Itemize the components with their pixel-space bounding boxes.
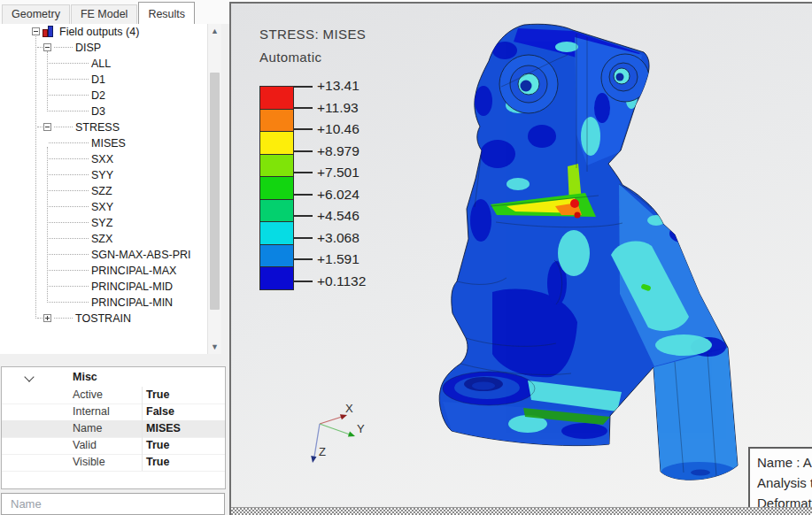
tree-item-all[interactable]: ALL <box>0 56 207 72</box>
scrollbar-thumb[interactable] <box>210 73 220 310</box>
property-row-name[interactable]: NameMISES <box>2 420 225 438</box>
property-name: Active <box>73 387 103 404</box>
property-row-active[interactable]: ActiveTrue <box>2 387 225 404</box>
tree-connector <box>37 318 43 319</box>
tree-connector <box>49 111 89 111</box>
tree-item-label: SYY <box>91 167 113 183</box>
tree-item-label: SXY <box>91 199 113 215</box>
tree-item-label: STRESS <box>75 119 120 135</box>
tree-item-disp[interactable]: DISP <box>0 40 207 56</box>
name-input[interactable]: Name <box>1 493 225 515</box>
property-name: Internal <box>73 404 110 420</box>
icon-bar-blue <box>48 26 53 37</box>
tree-item-mises[interactable]: MISES <box>0 135 207 151</box>
tree-connector <box>54 127 73 127</box>
tree-item-label: SGN-MAX-ABS-PRI <box>91 247 191 263</box>
icon-bar-red <box>43 29 48 37</box>
tree-connector <box>49 79 89 80</box>
tree-item-sgn-max-abs-pri[interactable]: SGN-MAX-ABS-PRI <box>0 247 207 263</box>
collapse-icon[interactable] <box>32 27 40 35</box>
analysis-info-box: Name : AAnalysis tDeformat <box>748 447 812 511</box>
scroll-down-icon[interactable]: ▼ <box>208 340 221 354</box>
tree-item-label: PRINCIPAL-MIN <box>91 295 173 311</box>
tree-item-label: SZX <box>91 231 112 247</box>
tree-item-principal-mid[interactable]: PRINCIPAL-MID <box>0 279 207 295</box>
tree-connector <box>54 318 73 319</box>
tree-item-sxx[interactable]: SXX <box>0 151 207 167</box>
tree-item-label: Field outputs (4) <box>59 24 139 40</box>
tree-connector <box>54 47 73 48</box>
tree-item-label: D3 <box>91 104 105 119</box>
collapse-icon[interactable] <box>43 123 51 131</box>
left-panel: GeometryFE ModelResults Field outputs (4… <box>0 0 229 515</box>
tree-item-szz[interactable]: SZZ <box>0 183 207 199</box>
tree-connector <box>49 238 89 239</box>
tree-item-label: SXX <box>91 151 113 167</box>
field-outputs-icon <box>42 26 55 38</box>
tab-fe-model[interactable]: FE Model <box>71 4 138 24</box>
tree-item-szx[interactable]: SZX <box>0 231 207 247</box>
properties-group-header[interactable]: Misc <box>2 367 225 387</box>
properties-column-divider <box>142 387 143 471</box>
tree-item-label: TOSTRAIN <box>75 311 131 327</box>
tree-connector <box>35 36 36 319</box>
tree-connector <box>49 254 89 255</box>
property-name: Visible <box>73 454 105 471</box>
property-row-visible[interactable]: VisibleTrue <box>2 454 225 472</box>
tree-item-label: PRINCIPAL-MID <box>91 279 173 295</box>
tree-item-d3[interactable]: D3 <box>0 104 207 119</box>
expand-icon[interactable] <box>43 314 51 322</box>
tab-geometry[interactable]: Geometry <box>2 4 70 24</box>
tree-item-d1[interactable]: D1 <box>0 72 207 88</box>
tree-item-label: SZZ <box>91 183 112 199</box>
tree-items: Field outputs (4)DISPALLD1D2D3STRESSMISE… <box>0 24 207 354</box>
tree-connector <box>49 302 89 303</box>
properties-group-title: Misc <box>73 367 97 387</box>
x-axis-arrow <box>340 414 347 419</box>
tree-item-tostrain[interactable]: TOSTRAIN <box>0 311 207 327</box>
info-box-line: Analysis t <box>757 473 812 493</box>
tree-item-principal-min[interactable]: PRINCIPAL-MIN <box>0 295 207 311</box>
tree-item-label: MISES <box>91 135 126 151</box>
tree-item-label: PRINCIPAL-MAX <box>91 263 176 279</box>
tree-connector <box>49 206 89 207</box>
tree-connector <box>49 95 89 96</box>
model-3d[interactable]: X Y Z <box>231 4 812 515</box>
tab-results[interactable]: Results <box>138 2 195 24</box>
z-axis-arrow <box>311 456 316 463</box>
3d-viewport[interactable]: STRESS: MISES Automatic +13.41+11.93+10.… <box>229 2 812 515</box>
tree-item-stress[interactable]: STRESS <box>0 119 207 135</box>
property-row-internal[interactable]: InternalFalse <box>2 404 225 421</box>
x-axis-label: X <box>345 402 353 415</box>
tree-item-principal-max[interactable]: PRINCIPAL-MAX <box>0 263 207 279</box>
tree-item-d2[interactable]: D2 <box>0 88 207 104</box>
tree-item-syy[interactable]: SYY <box>0 167 207 183</box>
z-axis-label: Z <box>319 445 326 458</box>
property-value: False <box>146 404 174 420</box>
tree-item-label: ALL <box>91 56 111 72</box>
tab-bar: GeometryFE ModelResults <box>0 0 229 24</box>
tree-item-label: D1 <box>91 72 105 88</box>
property-value: True <box>146 387 169 404</box>
tree-connector <box>49 270 89 271</box>
collapse-icon[interactable] <box>43 43 51 51</box>
viewport-bottom-hatch <box>231 507 812 515</box>
tree-item-syz[interactable]: SYZ <box>0 215 207 231</box>
tree-item-sxy[interactable]: SXY <box>0 199 207 215</box>
tree-connector <box>49 222 89 223</box>
tree-item-field-outputs-4-[interactable]: Field outputs (4) <box>0 24 207 40</box>
results-tree[interactable]: Field outputs (4)DISPALLD1D2D3STRESSMISE… <box>0 24 207 354</box>
property-row-valid[interactable]: ValidTrue <box>2 437 225 455</box>
tree-item-label: SYZ <box>91 215 112 231</box>
scroll-up-icon[interactable]: ▲ <box>208 24 221 38</box>
tree-connector <box>37 47 43 48</box>
tree-scrollbar[interactable]: ▲ ▼ <box>207 24 221 354</box>
tree-item-label: DISP <box>75 40 101 56</box>
tree-connector <box>49 158 89 159</box>
property-value: MISES <box>146 420 181 437</box>
property-name: Valid <box>73 437 97 454</box>
tree-connector <box>49 286 89 287</box>
y-axis-label: Y <box>357 422 365 435</box>
y-axis-arrow <box>348 432 355 437</box>
tree-connector <box>49 174 89 175</box>
